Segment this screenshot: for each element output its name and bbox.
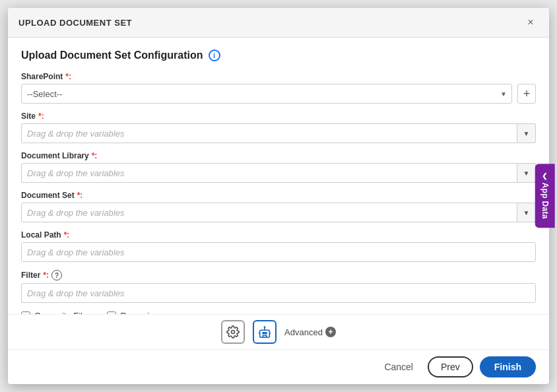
local-path-label-text: Local Path [21,230,61,240]
cancel-button[interactable]: Cancel [376,358,421,376]
site-drag-input[interactable]: Drag & drop the variables [21,123,517,143]
document-set-input-wrapper: Drag & drop the variables ▼ [21,203,536,222]
site-label-text: Site [21,112,36,121]
filter-help-icon[interactable]: ? [51,270,62,280]
svg-point-0 [232,331,235,334]
app-data-label: App Data [540,183,549,219]
svg-point-4 [264,326,266,328]
info-icon[interactable]: i [209,49,220,61]
app-data-tab[interactable]: ❮ App Data [535,164,554,228]
modal-actions: Cancel Prev Finish [8,349,549,384]
prev-button[interactable]: Prev [428,356,473,377]
finish-label: Finish [494,362,521,372]
site-field-row: Site *: Drag & drop the variables ▼ [21,112,536,143]
app-data-chevron-icon: ❮ [542,172,547,180]
prev-label: Prev [441,362,460,372]
document-set-label-text: Document Set [21,191,75,200]
site-dropdown-arrow-button[interactable]: ▼ [517,123,536,143]
svg-rect-2 [263,333,264,334]
document-library-drag-input[interactable]: Drag & drop the variables [21,163,517,183]
local-path-required: *: [64,230,70,240]
advanced-button[interactable]: Advanced + [284,327,336,337]
close-icon: × [527,16,533,28]
finish-button[interactable]: Finish [480,356,536,377]
modal-wrapper: UPLOAD DOCUMENT SET × Upload Document Se… [0,0,557,392]
footer-icons-row: Advanced + [8,314,549,349]
sharepoint-select-wrapper: --Select-- ▼ [21,84,512,104]
modal-body: Upload Document Set Configuration i Shar… [8,38,549,314]
document-set-placeholder: Drag & drop the variables [27,208,124,218]
document-library-label-text: Document Library [21,151,89,160]
site-placeholder: Drag & drop the variables [27,129,124,139]
document-library-required: *: [92,151,98,160]
document-set-dropdown-arrow-button[interactable]: ▼ [517,203,536,222]
local-path-drag-input[interactable]: Drag & drop the variables [21,242,536,262]
local-path-placeholder: Drag & drop the variables [27,247,124,257]
filter-label-text: Filter [21,271,40,280]
gear-icon [226,325,240,339]
filter-required: *: [43,271,49,280]
filter-placeholder: Drag & drop the variables [27,288,124,298]
document-set-field-row: Document Set *: Drag & drop the variable… [21,191,536,222]
cancel-label: Cancel [384,362,413,372]
sharepoint-select[interactable]: --Select-- [21,84,512,104]
advanced-plus-icon: + [325,327,336,337]
local-path-label: Local Path *: [21,230,536,240]
filter-field-row: Filter *: ? Drag & drop the variables [21,270,536,303]
document-library-input-wrapper: Drag & drop the variables ▼ [21,163,536,183]
sharepoint-field-row: SharePoint *: --Select-- ▼ + [21,72,536,104]
document-set-drag-input[interactable]: Drag & drop the variables [21,203,517,222]
site-label: Site *: [21,112,536,121]
svg-rect-3 [265,333,267,334]
advanced-label: Advanced [284,327,323,337]
robot-button[interactable] [253,320,277,344]
section-title-row: Upload Document Set Configuration i [21,49,536,61]
document-set-required: *: [77,191,83,200]
document-library-dropdown-arrow-button[interactable]: ▼ [517,163,536,183]
gear-button[interactable] [221,320,245,344]
modal-header: UPLOAD DOCUMENT SET × [8,8,549,38]
robot-icon [257,325,272,339]
sharepoint-label: SharePoint *: [21,72,536,81]
sharepoint-add-button[interactable]: + [517,84,536,104]
section-title-text: Upload Document Set Configuration [21,49,203,61]
close-button[interactable]: × [523,15,539,30]
modal-title: UPLOAD DOCUMENT SET [18,18,132,28]
sharepoint-input-row: --Select-- ▼ + [21,84,536,104]
filter-label: Filter *: ? [21,270,536,280]
local-path-field-row: Local Path *: Drag & drop the variables [21,230,536,262]
document-library-placeholder: Drag & drop the variables [27,168,124,178]
site-input-wrapper: Drag & drop the variables ▼ [21,123,536,143]
filter-drag-input[interactable]: Drag & drop the variables [21,283,536,303]
document-library-field-row: Document Library *: Drag & drop the vari… [21,151,536,183]
site-required: *: [38,112,44,121]
sharepoint-required: *: [65,72,71,81]
document-set-label: Document Set *: [21,191,536,200]
document-library-label: Document Library *: [21,151,536,160]
sharepoint-label-text: SharePoint [21,72,63,81]
upload-document-set-modal: UPLOAD DOCUMENT SET × Upload Document Se… [8,8,549,384]
svg-rect-1 [260,330,270,337]
